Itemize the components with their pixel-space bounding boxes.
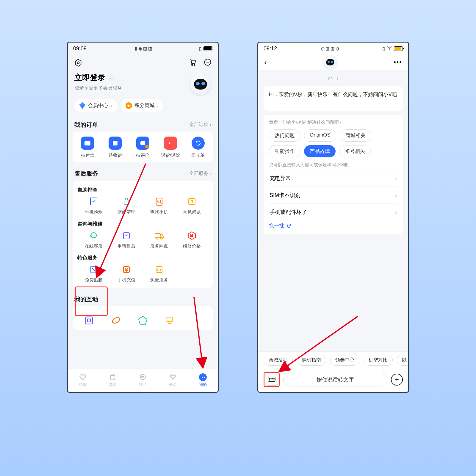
- chat-icon[interactable]: [203, 58, 212, 68]
- refresh-button[interactable]: 换一批: [269, 222, 397, 229]
- interact-2[interactable]: [102, 315, 129, 325]
- avatar[interactable]: [190, 73, 211, 95]
- chip-account[interactable]: 帐号相关: [339, 145, 371, 157]
- svg-point-32: [143, 377, 143, 377]
- svg-point-1: [77, 62, 79, 64]
- svg-marker-0: [76, 59, 81, 66]
- status-bar: 09:09 ▮ ◉ ▥ ▥ ▯: [68, 43, 218, 54]
- self-check-title: 自助排查: [77, 187, 208, 193]
- back-button[interactable]: ‹: [264, 58, 267, 67]
- space-clean[interactable]: 空间清理: [110, 196, 143, 215]
- svg-point-2: [192, 65, 193, 66]
- tab-community[interactable]: 社区: [128, 369, 158, 392]
- keyboard-icon: [268, 377, 275, 383]
- service-location[interactable]: 服务网点: [143, 230, 176, 249]
- faq[interactable]: ?常见问题: [176, 196, 208, 215]
- faq-row-2[interactable]: SIM卡不识别›: [269, 187, 397, 203]
- svg-text:¥: ¥: [190, 233, 193, 238]
- svg-point-42: [274, 380, 274, 380]
- chip-product-fault[interactable]: 产品故障: [304, 145, 336, 157]
- phone-recharge[interactable]: ¥手机充值: [110, 264, 143, 283]
- chat-timestamp: 09:11: [264, 76, 403, 81]
- interact-3[interactable]: [129, 315, 156, 325]
- phone-check[interactable]: 手机检测: [77, 196, 110, 215]
- login-subtitle: 登录享受更多会员权益: [74, 85, 122, 91]
- qchip-1[interactable]: 商城活动: [264, 355, 293, 366]
- qchip-2[interactable]: 购机指南: [297, 355, 326, 366]
- free-film[interactable]: 免费贴膜: [77, 264, 110, 283]
- order-pending-receive[interactable]: 待收货: [101, 137, 129, 158]
- battery-icon: [394, 46, 403, 51]
- service-section-title: 售后服务: [74, 170, 98, 178]
- voice-input[interactable]: 按住说话转文字: [283, 373, 387, 386]
- interact-card: [73, 306, 213, 330]
- plus-icon: +: [395, 375, 399, 384]
- chat-topbar: ‹ •••: [258, 54, 408, 70]
- find-phone[interactable]: 查找手机: [143, 196, 176, 215]
- svg-point-16: [161, 237, 162, 239]
- chip-mall[interactable]: 商城相关: [340, 129, 371, 142]
- svg-text:¥: ¥: [125, 267, 128, 272]
- svg-rect-24: [85, 317, 93, 324]
- svg-rect-7: [140, 141, 145, 145]
- qchip-4[interactable]: 机型对比: [364, 355, 393, 366]
- interact-4[interactable]: [156, 315, 183, 325]
- online-service[interactable]: 在线客服: [77, 230, 110, 249]
- repair-price[interactable]: ¥维修价格: [176, 230, 208, 249]
- tab-shop[interactable]: 选购: [98, 369, 128, 392]
- points-mall-label: 积分商城: [134, 102, 155, 109]
- svg-rect-23: [158, 269, 161, 271]
- profile-header: 立即登录 › 登录享受更多会员权益: [68, 71, 218, 99]
- order-pending-pay[interactable]: 待付款: [74, 137, 101, 158]
- svg-marker-27: [139, 316, 147, 324]
- svg-point-31: [142, 377, 142, 377]
- svg-rect-25: [87, 319, 90, 322]
- chip-hot[interactable]: 热门问题: [269, 129, 300, 142]
- highlight-keyboard: [264, 372, 280, 387]
- chat-area: 09:11 Hi，亲爱的V粉，新年快乐！有什么问题，不妨问问小V吧~ 看看全能的…: [258, 70, 408, 351]
- bot-message: Hi，亲爱的V粉，新年快乐！有什么问题，不妨问问小V吧~: [264, 86, 403, 111]
- sim-icon: ▯: [382, 46, 385, 51]
- plus-button[interactable]: +: [391, 374, 403, 386]
- member-center-label: 会员中心: [88, 102, 108, 109]
- tab-member[interactable]: 会员: [158, 369, 188, 392]
- svg-point-26: [111, 317, 120, 325]
- order-pending-review[interactable]: 待评价: [129, 137, 157, 158]
- status-bar: 09:12 ◷ ▥ ▥ ◑ ▯: [258, 43, 408, 54]
- svg-point-37: [269, 378, 270, 379]
- order-recycle[interactable]: 回收单: [184, 137, 212, 158]
- cart-icon[interactable]: [189, 58, 197, 68]
- order-return[interactable]: 退货/退款: [156, 137, 184, 158]
- orders-card: 待付款 待收货 待评价 退货/退款 回收单: [73, 132, 213, 162]
- diamond-icon: [79, 102, 86, 109]
- svg-rect-8: [156, 198, 162, 205]
- interact-1[interactable]: [76, 315, 102, 325]
- quick-chip-row: 商城活动 购机指南 领券中心 机型对比 以: [258, 351, 408, 369]
- all-orders-link[interactable]: 全部订单 ›: [189, 122, 211, 128]
- settings-hex-icon[interactable]: [74, 58, 83, 67]
- faq-row-1[interactable]: 充电异常›: [269, 170, 397, 187]
- svg-point-12: [91, 233, 96, 238]
- svg-rect-6: [113, 141, 118, 145]
- all-service-link[interactable]: 全部服务 ›: [189, 170, 211, 177]
- apply-aftersale[interactable]: 申请售后: [110, 230, 143, 249]
- chip-originos[interactable]: OriginOS: [304, 129, 336, 142]
- keyboard-toggle-button[interactable]: [265, 374, 278, 386]
- sim-icon: ▯: [199, 46, 202, 51]
- free-data[interactable]: 免流服务: [143, 264, 176, 283]
- login-title-row[interactable]: 立即登录 ›: [74, 72, 122, 83]
- svg-point-15: [156, 237, 158, 239]
- faq-row-3[interactable]: 手机或配件坏了›: [269, 203, 397, 220]
- tab-featured[interactable]: 精选: [68, 369, 98, 392]
- more-button[interactable]: •••: [394, 58, 402, 66]
- qchip-5[interactable]: 以: [397, 355, 408, 366]
- points-mall-button[interactable]: ★ 积分商城›: [121, 99, 164, 112]
- svg-point-34: [389, 49, 390, 50]
- chip-function[interactable]: 功能操作: [269, 145, 300, 157]
- svg-point-9: [158, 200, 161, 203]
- svg-rect-36: [268, 377, 275, 381]
- svg-point-40: [274, 378, 274, 379]
- member-center-button[interactable]: 会员中心›: [74, 99, 117, 112]
- qchip-3[interactable]: 领券中心: [330, 355, 359, 366]
- tab-mine[interactable]: 我的: [188, 369, 218, 392]
